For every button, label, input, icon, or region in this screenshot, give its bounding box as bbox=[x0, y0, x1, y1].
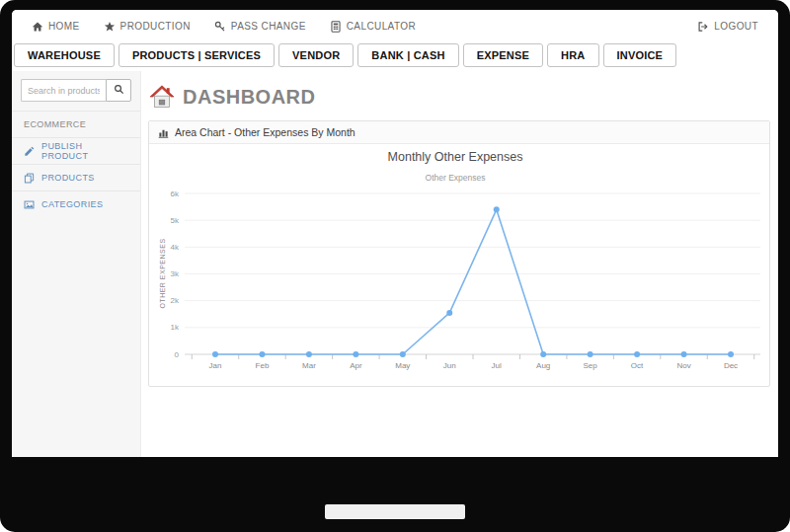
bar-chart-icon bbox=[158, 127, 169, 138]
sidebar: ECOMMERCE PUBLISH PRODUCTPRODUCTSCATEGOR… bbox=[12, 71, 141, 457]
key-icon bbox=[214, 21, 226, 33]
search-button[interactable] bbox=[106, 79, 131, 102]
tab-invoice[interactable]: INVOICE bbox=[603, 43, 677, 67]
tab-warehouse[interactable]: WAREHOUSE bbox=[14, 43, 115, 67]
sidebar-search-row bbox=[12, 71, 140, 111]
svg-text:1k: 1k bbox=[171, 323, 180, 332]
sidebar-item-label: CATEGORIES bbox=[41, 199, 103, 209]
sidebar-item-label: PRODUCTS bbox=[41, 173, 95, 183]
svg-text:Jun: Jun bbox=[443, 361, 456, 370]
svg-text:0: 0 bbox=[175, 350, 180, 359]
nav-item-calculator[interactable]: CALCULATOR bbox=[330, 21, 416, 33]
nav-item-label: HOME bbox=[48, 21, 80, 32]
app-window: HOMEPRODUCTIONPASS CHANGECALCULATORLOGOU… bbox=[12, 10, 778, 457]
svg-text:2k: 2k bbox=[171, 296, 180, 305]
area-chart: Monthly Other ExpensesOther ExpensesOTHE… bbox=[149, 144, 769, 386]
nav-item-pass-change[interactable]: PASS CHANGE bbox=[214, 21, 306, 33]
page-title-row: DASHBOARD bbox=[149, 85, 770, 109]
svg-text:Aug: Aug bbox=[536, 361, 550, 370]
star-icon bbox=[104, 21, 116, 33]
nav-item-label: CALCULATOR bbox=[347, 21, 416, 32]
sidebar-item-label: PUBLISH PRODUCT bbox=[41, 141, 128, 161]
svg-text:Apr: Apr bbox=[350, 361, 362, 370]
svg-text:Nov: Nov bbox=[676, 361, 690, 370]
copy-icon bbox=[24, 173, 35, 184]
svg-text:Oct: Oct bbox=[631, 361, 644, 370]
search-input[interactable] bbox=[21, 79, 106, 102]
home-icon bbox=[32, 21, 43, 33]
nav-item-production[interactable]: PRODUCTION bbox=[104, 21, 191, 33]
body-row: ECOMMERCE PUBLISH PRODUCTPRODUCTSCATEGOR… bbox=[12, 71, 778, 457]
svg-text:Mar: Mar bbox=[302, 361, 316, 370]
sidebar-item-products[interactable]: PRODUCTS bbox=[12, 164, 140, 190]
nav-item-label: PASS CHANGE bbox=[231, 21, 306, 32]
svg-text:4k: 4k bbox=[171, 243, 180, 252]
svg-text:Feb: Feb bbox=[256, 361, 270, 370]
device-frame: HOMEPRODUCTIONPASS CHANGECALCULATORLOGOU… bbox=[0, 0, 790, 532]
svg-text:6k: 6k bbox=[171, 190, 180, 198]
svg-text:Monthly Other Expenses: Monthly Other Expenses bbox=[388, 150, 523, 164]
chart-panel-header: Area Chart - Other Expenses By Month bbox=[149, 121, 769, 144]
svg-text:5k: 5k bbox=[171, 216, 180, 225]
house-icon bbox=[149, 85, 175, 109]
svg-text:OTHER EXPENSES: OTHER EXPENSES bbox=[159, 238, 166, 308]
page-title: DASHBOARD bbox=[183, 86, 316, 109]
svg-text:Other Expenses: Other Expenses bbox=[426, 173, 486, 183]
tab-expense[interactable]: EXPENSE bbox=[463, 43, 543, 67]
svg-text:May: May bbox=[395, 361, 410, 370]
module-tabbar: WAREHOUSEPRODUCTS | SERVICESVENDORBANK |… bbox=[12, 42, 778, 71]
nav-item-label: LOGOUT bbox=[714, 21, 758, 32]
chart-panel: Area Chart - Other Expenses By Month Mon… bbox=[148, 120, 770, 387]
sidebar-section-header: ECOMMERCE bbox=[12, 111, 140, 137]
svg-text:Dec: Dec bbox=[724, 361, 738, 370]
search-icon bbox=[114, 83, 124, 98]
tab-products-services[interactable]: PRODUCTS | SERVICES bbox=[118, 43, 275, 67]
sidebar-item-categories[interactable]: CATEGORIES bbox=[12, 190, 140, 217]
svg-text:Sep: Sep bbox=[584, 361, 598, 370]
tab-hra[interactable]: HRA bbox=[547, 43, 598, 67]
top-navbar: HOMEPRODUCTIONPASS CHANGECALCULATORLOGOU… bbox=[12, 10, 778, 42]
logout-icon bbox=[697, 21, 709, 33]
sidebar-items: PUBLISH PRODUCTPRODUCTSCATEGORIES bbox=[12, 137, 140, 217]
svg-text:3k: 3k bbox=[171, 269, 180, 278]
main-content: DASHBOARD Area Chart - Other Expenses By… bbox=[141, 71, 778, 457]
home-indicator bbox=[325, 504, 465, 519]
sidebar-section-label: ECOMMERCE bbox=[24, 119, 86, 129]
pencil-icon bbox=[24, 146, 35, 157]
tab-vendor[interactable]: VENDOR bbox=[278, 43, 354, 67]
svg-text:Jan: Jan bbox=[209, 361, 222, 370]
chart-panel-body: Monthly Other ExpensesOther ExpensesOTHE… bbox=[149, 144, 769, 386]
image-icon bbox=[24, 199, 35, 210]
nav-item-logout[interactable]: LOGOUT bbox=[697, 21, 758, 33]
chart-panel-title: Area Chart - Other Expenses By Month bbox=[175, 126, 356, 138]
nav-item-home[interactable]: HOME bbox=[32, 21, 80, 33]
sidebar-item-publish-product[interactable]: PUBLISH PRODUCT bbox=[12, 137, 140, 164]
tab-bank-cash[interactable]: BANK | CASH bbox=[357, 43, 458, 67]
svg-text:Jul: Jul bbox=[492, 361, 502, 370]
nav-item-label: PRODUCTION bbox=[120, 21, 191, 32]
calculator-icon bbox=[330, 21, 342, 33]
